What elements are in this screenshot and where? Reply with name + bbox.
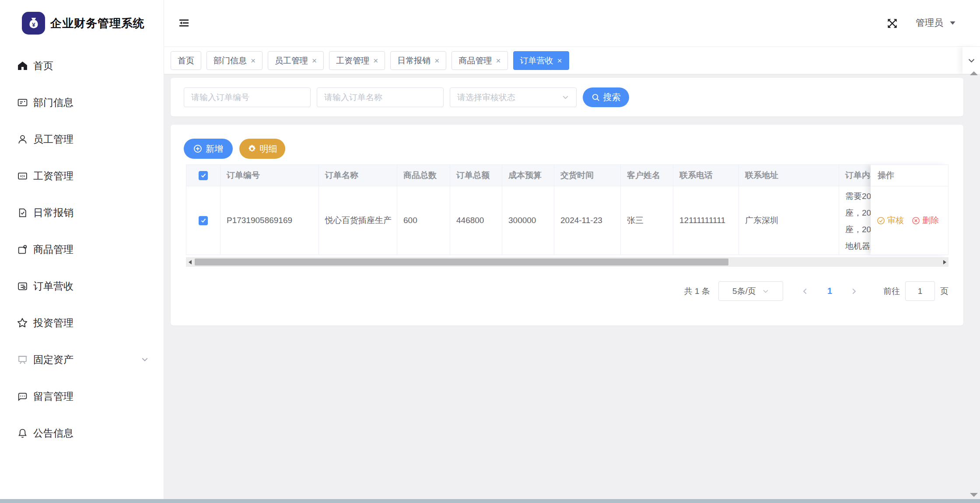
close-icon[interactable]: × xyxy=(557,56,562,65)
col-operation: 操作 xyxy=(871,164,948,186)
svg-text:¥: ¥ xyxy=(32,21,35,28)
money-bag-icon: ¥ xyxy=(22,12,45,35)
select-all-checkbox[interactable] xyxy=(199,171,208,180)
chevron-down-icon xyxy=(967,56,976,65)
cell-phone: 12111111111 xyxy=(673,186,739,255)
sidebar-item-reimburse[interactable]: 日常报销 xyxy=(0,194,164,231)
cell-order-amount: 446800 xyxy=(450,186,502,255)
order-no-input[interactable] xyxy=(184,87,311,107)
sidebar-item-asset[interactable]: 固定资产 xyxy=(0,341,164,378)
close-icon[interactable]: × xyxy=(251,56,256,65)
detail-button[interactable]: 明细 xyxy=(239,139,285,159)
cell-delivery-date: 2024-11-23 xyxy=(554,186,621,255)
order-table: 订单编号 订单名称 商品总数 订单总额 成本预算 交货时间 客户姓名 联系电话 … xyxy=(186,164,948,255)
delete-button[interactable]: 删除 xyxy=(912,215,939,226)
sidebar-item-department[interactable]: 部门信息 xyxy=(0,84,164,121)
sidebar-item-order[interactable]: 订单营收 xyxy=(0,268,164,304)
user-dropdown[interactable]: 管理员 xyxy=(916,17,956,29)
page-size-select[interactable]: 5条/页 xyxy=(718,281,783,301)
close-icon[interactable]: × xyxy=(312,56,317,65)
tab-product[interactable]: 商品管理× xyxy=(452,51,508,70)
cell-total-qty: 600 xyxy=(397,186,450,255)
pagination: 共 1 条 5条/页 1 前往 页 xyxy=(684,281,948,301)
cell-address: 广东深圳 xyxy=(739,186,839,255)
row-checkbox[interactable] xyxy=(199,216,208,225)
page-scroll-down-arrow[interactable] xyxy=(970,493,978,497)
next-page-button[interactable] xyxy=(850,287,858,295)
page-scroll-up-arrow[interactable] xyxy=(970,71,978,75)
close-icon[interactable]: × xyxy=(434,56,439,65)
chevron-down-icon xyxy=(762,288,769,295)
sidebar-item-notice[interactable]: 公告信息 xyxy=(0,415,164,451)
tab-overflow-button[interactable] xyxy=(962,47,980,74)
sidebar-item-product[interactable]: 商品管理 xyxy=(0,231,164,268)
sidebar-item-employee[interactable]: 员工管理 xyxy=(0,121,164,157)
gear-icon xyxy=(248,144,256,153)
home-icon xyxy=(17,60,28,71)
tab-employee[interactable]: 员工管理× xyxy=(268,51,324,70)
scroll-left-arrow[interactable] xyxy=(186,257,194,267)
page-horizontal-scrollbar[interactable] xyxy=(0,499,980,503)
col-cost-budget: 成本预算 xyxy=(502,165,554,186)
check-circle-icon xyxy=(877,217,885,225)
tab-department[interactable]: 部门信息× xyxy=(206,51,262,70)
search-icon xyxy=(592,93,600,101)
x-circle-icon xyxy=(912,217,920,225)
employee-icon xyxy=(17,133,28,145)
total-count: 共 1 条 xyxy=(684,286,710,297)
user-name: 管理员 xyxy=(916,17,943,29)
department-icon xyxy=(17,97,28,108)
add-button[interactable]: 新增 xyxy=(184,139,233,159)
close-icon[interactable]: × xyxy=(373,56,378,65)
col-order-name: 订单名称 xyxy=(319,165,397,186)
page-unit-label: 页 xyxy=(940,286,948,297)
reimburse-icon xyxy=(17,207,28,218)
cell-customer: 张三 xyxy=(621,186,673,255)
cell-order-name: 悦心百货插座生产 xyxy=(319,186,397,255)
goto-label: 前往 xyxy=(883,286,900,297)
main-content: 请选择审核状态 搜索 新增 明细 xyxy=(164,74,980,499)
sidebar-menu: 首页 部门信息 员工管理 工资管理 xyxy=(0,47,164,451)
order-table-panel: 新增 明细 订单编号 订单名称 商品总数 订单总额 成本预算 交货时间 xyxy=(171,125,963,325)
message-icon xyxy=(17,391,28,402)
close-icon[interactable]: × xyxy=(496,56,500,65)
order-icon xyxy=(17,280,28,292)
chevron-down-icon xyxy=(562,94,569,101)
sidebar-item-salary[interactable]: 工资管理 xyxy=(0,157,164,194)
sidebar: ¥ 企业财务管理系统 首页 部门信息 员工管理 xyxy=(0,0,164,503)
sidebar-item-investment[interactable]: 投资管理 xyxy=(0,304,164,341)
operation-cell: 审核 删除 xyxy=(871,186,948,255)
cell-cost-budget: 300000 xyxy=(502,186,554,255)
tab-salary[interactable]: 工资管理× xyxy=(329,51,385,70)
prev-page-button[interactable] xyxy=(801,287,809,295)
sidebar-item-home[interactable]: 首页 xyxy=(0,47,164,84)
tab-reimburse[interactable]: 日常报销× xyxy=(390,51,446,70)
chevron-down-icon[interactable] xyxy=(141,356,149,363)
scrollbar-thumb[interactable] xyxy=(195,258,728,265)
order-name-input[interactable] xyxy=(317,87,444,107)
approve-button[interactable]: 审核 xyxy=(877,215,904,226)
search-button[interactable]: 搜索 xyxy=(583,87,629,107)
sidebar-item-message[interactable]: 留言管理 xyxy=(0,378,164,415)
goto-page-input[interactable] xyxy=(905,281,935,301)
col-customer: 客户姓名 xyxy=(621,165,673,186)
tab-home[interactable]: 首页 xyxy=(171,51,201,70)
table-horizontal-scrollbar[interactable] xyxy=(186,257,948,267)
notice-icon xyxy=(17,427,28,439)
table-header-row: 订单编号 订单名称 商品总数 订单总额 成本预算 交货时间 客户姓名 联系电话 … xyxy=(186,164,948,186)
fullscreen-icon[interactable] xyxy=(886,17,898,29)
audit-status-select[interactable]: 请选择审核状态 xyxy=(450,87,577,107)
top-header: 管理员 xyxy=(164,0,980,47)
current-page[interactable]: 1 xyxy=(827,286,832,296)
col-address: 联系地址 xyxy=(739,165,839,186)
app-title: 企业财务管理系统 xyxy=(50,16,145,31)
asset-icon xyxy=(17,354,28,365)
tab-order-active[interactable]: 订单营收× xyxy=(513,51,569,70)
scroll-right-arrow[interactable] xyxy=(941,257,948,267)
tab-bar: 首页 部门信息× 员工管理× 工资管理× 日常报销× 商品管理× 订单营收× xyxy=(164,47,980,74)
plus-circle-icon xyxy=(193,144,202,153)
collapse-menu-icon[interactable] xyxy=(178,18,190,28)
col-delivery-date: 交货时间 xyxy=(554,165,621,186)
search-panel: 请选择审核状态 搜索 xyxy=(171,78,963,116)
col-phone: 联系电话 xyxy=(673,165,739,186)
